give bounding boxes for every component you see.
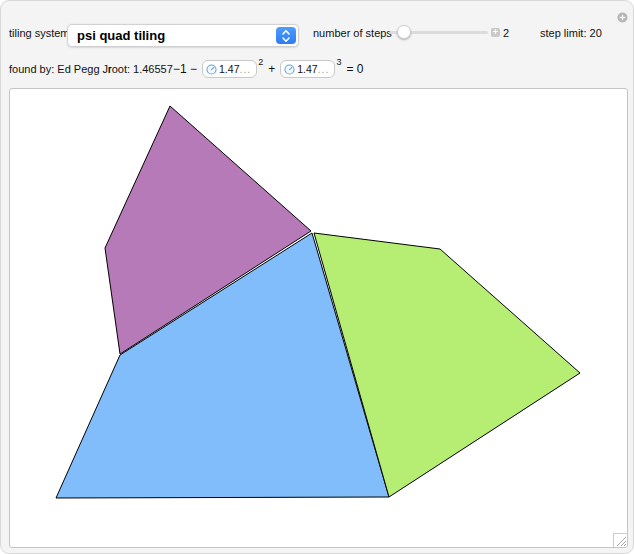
exponent-3: 3 xyxy=(336,57,341,67)
root-approx-value: 1.47 xyxy=(219,63,239,75)
equation-suffix: = 0 xyxy=(346,62,363,76)
equation-prefix: −1 − xyxy=(173,62,197,76)
dropdown-chevron-button[interactable] xyxy=(276,27,296,44)
defining-equation: −1 − 1.47 ... 2 + 1.47 ... 3 xyxy=(173,57,364,81)
algebraic-number-icon xyxy=(206,64,217,75)
number-of-steps-value: 2 xyxy=(503,27,509,39)
exponent-2: 2 xyxy=(258,57,263,67)
plus-operator: + xyxy=(268,62,275,76)
resize-handle[interactable] xyxy=(613,533,627,547)
tiling-canvas xyxy=(9,88,628,548)
demonstration-window: tiling system psi quad tiling number of … xyxy=(0,0,634,554)
root-approx-value: 1.47 xyxy=(297,63,317,75)
algebraic-number-icon xyxy=(284,64,295,75)
number-of-steps-label: number of steps xyxy=(313,27,392,39)
step-limit-label: step limit: 20 xyxy=(540,27,602,39)
steps-slider-thumb[interactable] xyxy=(397,25,411,39)
up-down-chevron-icon xyxy=(281,29,291,43)
tiling-graphic xyxy=(10,89,628,548)
root-object-box[interactable]: 1.47 ... xyxy=(280,60,335,78)
steps-input-expander-button[interactable]: + xyxy=(491,28,500,37)
manipulate-options-icon[interactable] xyxy=(617,9,628,20)
root-object-box[interactable]: 1.47 ... xyxy=(202,60,257,78)
found-by-label: found by: Ed Pegg Jr xyxy=(9,63,112,75)
root-ellipsis: ... xyxy=(239,63,251,75)
tiling-system-label: tiling system xyxy=(9,27,70,39)
root-ellipsis: ... xyxy=(318,63,330,75)
tiling-system-value: psi quad tiling xyxy=(77,25,165,46)
steps-slider[interactable] xyxy=(389,31,488,34)
tiling-system-dropdown[interactable]: psi quad tiling xyxy=(67,24,299,47)
root-value-label: root: 1.46557 xyxy=(108,63,173,75)
